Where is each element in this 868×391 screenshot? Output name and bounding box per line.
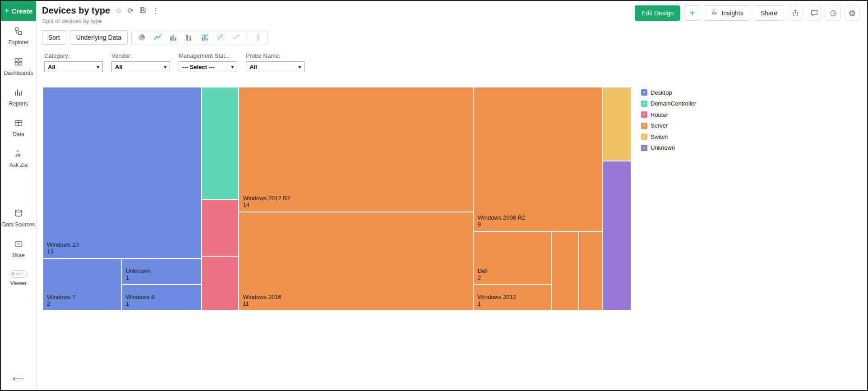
sidebar-item-data-sources[interactable]: Data Sources (1, 203, 36, 234)
combo-chart-icon[interactable] (200, 33, 209, 42)
cell-label: Windows 7 (47, 294, 76, 301)
sidebar-item-ask-zia[interactable]: za Ask Zia (1, 143, 36, 174)
filter-category: Category: All ▾ (44, 52, 103, 72)
viewer-toggle[interactable]: OFF (9, 270, 28, 278)
sidebar-item-viewer[interactable]: OFF Viewer (1, 264, 36, 292)
data-sources-icon (14, 209, 23, 219)
favorite-star-icon[interactable]: ☆ (115, 7, 122, 14)
stacked-bar-chart-icon[interactable] (185, 33, 194, 42)
treemap-cell[interactable]: Windows 201611 (239, 212, 473, 311)
cell-label: Windows 2016 (243, 294, 281, 301)
treemap-cell[interactable]: Windows 2012 R214 (239, 87, 473, 212)
vendor-filter-select[interactable]: All ▾ (111, 61, 170, 72)
create-button[interactable]: + Create (1, 1, 36, 21)
legend-checkbox[interactable]: ✓ (641, 145, 647, 151)
sidebar-item-explorer[interactable]: Explorer (1, 21, 36, 51)
scatter-chart-icon[interactable] (216, 33, 225, 42)
chevron-down-icon: ▾ (164, 64, 166, 70)
explorer-icon (14, 27, 23, 37)
chevron-down-icon: ▾ (231, 64, 234, 70)
probe-name-filter-select[interactable]: All ▾ (246, 61, 305, 72)
share-button[interactable]: Share (754, 5, 784, 21)
main-area: Devices by type ☆ ⟳ ⋮ Split of devices b… (37, 1, 867, 390)
data-table-icon (14, 119, 23, 129)
legend-item[interactable]: ✓Desktop (641, 87, 696, 98)
bar-chart-icon[interactable] (169, 33, 178, 42)
treemap-cell[interactable] (603, 87, 631, 161)
legend-checkbox[interactable]: ✓ (641, 101, 647, 107)
cell-value: 2 (478, 274, 481, 281)
treemap-cell[interactable]: Windows 2008 R29 (474, 87, 603, 231)
chevron-down-icon: ▾ (298, 64, 301, 70)
legend-item[interactable]: ✓Switch (641, 131, 696, 143)
legend-checkbox[interactable]: ✓ (641, 89, 647, 96)
underlying-data-button[interactable]: Underlying Data (70, 30, 128, 45)
legend-item[interactable]: ✓DomainController (641, 98, 696, 110)
treemap-cell[interactable] (578, 231, 603, 311)
sidebar-item-label: Ask Zia (9, 162, 28, 168)
collapse-sidebar-icon[interactable]: ⟵ (13, 374, 24, 384)
legend-item[interactable]: ✓Unknown (641, 143, 696, 154)
cell-label: Windows 2012 (478, 294, 516, 301)
treemap-cell[interactable] (202, 87, 239, 200)
treemap-cell[interactable] (202, 200, 239, 256)
filter-vendor: Vendor: All ▾ (111, 52, 170, 72)
page-subtitle: Split of devices by type (42, 18, 159, 24)
treemap-cell[interactable]: Unknown1 (122, 258, 202, 285)
settings-gear-icon[interactable]: ⚙ (845, 5, 860, 21)
map-chart-icon[interactable] (232, 33, 241, 42)
treemap-cell[interactable] (603, 161, 631, 311)
cell-label: Dell (478, 267, 488, 275)
title-kebab-icon[interactable]: ⋮ (152, 7, 159, 14)
selected-value: All (249, 64, 257, 70)
legend-label: Switch (651, 133, 668, 140)
filter-label: Probe Name: (246, 52, 305, 59)
history-icon[interactable] (826, 5, 841, 21)
sidebar-item-label: Data (13, 131, 24, 138)
treemap-cell[interactable] (202, 256, 239, 311)
legend-checkbox[interactable]: ✓ (641, 133, 647, 140)
treemap-cell[interactable]: Dell2 (474, 231, 552, 285)
comment-icon[interactable] (807, 5, 822, 21)
treemap-cell[interactable] (552, 231, 578, 311)
save-icon[interactable] (139, 6, 147, 15)
sidebar-item-reports[interactable]: Reports (1, 82, 36, 113)
treemap-cell[interactable]: Windows 1013 (43, 87, 202, 258)
line-chart-icon[interactable] (153, 33, 162, 42)
more-icon (14, 239, 23, 250)
legend-label: DomainController (651, 100, 696, 107)
sort-button[interactable]: Sort (42, 30, 66, 45)
legend-item[interactable]: ✓Server (641, 120, 696, 132)
refresh-icon[interactable]: ⟳ (128, 7, 134, 14)
export-icon[interactable] (788, 5, 803, 21)
legend: ✓Desktop✓DomainController✓Router✓Server✓… (641, 87, 696, 311)
selected-value: All (48, 64, 55, 70)
legend-checkbox[interactable]: ✓ (641, 111, 647, 118)
filter-probe-name: Probe Name: All ▾ (246, 52, 305, 72)
treemap-cell[interactable]: Windows 20121 (474, 285, 552, 311)
management-status-filter-select[interactable]: --- Select --- ▾ (179, 61, 237, 72)
legend-checkbox[interactable]: ✓ (641, 123, 647, 129)
filter-label: Vendor: (111, 52, 170, 59)
cell-value: 9 (478, 221, 481, 228)
sidebar-item-label: Dashboards (4, 70, 33, 76)
cell-value: 1 (126, 274, 129, 281)
category-filter-select[interactable]: All ▾ (44, 61, 103, 72)
sidebar-item-dashboards[interactable]: Dashboards (1, 51, 36, 82)
legend-label: Unknown (651, 144, 675, 151)
edit-design-button[interactable]: Edit Design (635, 5, 681, 21)
treemap-cell[interactable]: Windows 72 (43, 258, 122, 311)
sidebar-item-more[interactable]: More (1, 234, 36, 264)
cell-label: Windows 2008 R2 (478, 214, 526, 221)
sidebar-item-data[interactable]: Data (1, 113, 36, 143)
cell-label: Windows 10 (47, 241, 79, 248)
add-button[interactable]: + (684, 5, 700, 21)
legend-item[interactable]: ✓Router (641, 109, 696, 120)
legend-label: Router (651, 111, 668, 118)
more-chart-types-icon[interactable]: ⋮ (255, 33, 262, 41)
pie-chart-icon[interactable] (137, 33, 146, 42)
treemap-cell[interactable]: Windows 81 (122, 285, 202, 311)
cell-value: 11 (243, 300, 249, 308)
insights-button[interactable]: za Insights (704, 5, 750, 21)
create-label: Create (12, 7, 33, 15)
